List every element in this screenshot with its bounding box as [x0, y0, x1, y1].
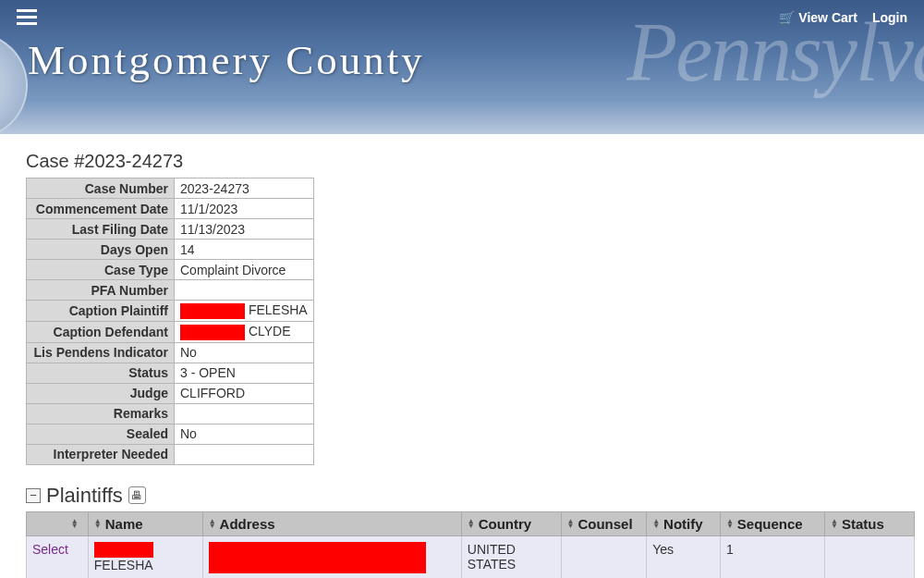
column-header[interactable]: ▲▼Counsel [561, 511, 647, 535]
cell-status [824, 535, 914, 578]
column-header[interactable]: ▲▼Sequence [720, 511, 824, 535]
menu-icon[interactable] [17, 6, 37, 29]
cart-icon: 🛒 [779, 10, 795, 25]
detail-label: Sealed [27, 424, 175, 444]
detail-value: 14 [175, 240, 314, 260]
plaintiffs-section-title: Plaintiffs [46, 484, 123, 508]
column-label: Counsel [578, 516, 632, 532]
detail-label: PFA Number [27, 280, 175, 301]
sort-icon[interactable]: ▲▼ [567, 519, 575, 528]
print-icon[interactable]: 🖶 [128, 486, 146, 504]
column-label: Notify [663, 516, 703, 532]
detail-label: Caption Plaintiff [27, 301, 175, 322]
column-header[interactable]: ▲▼ [27, 511, 89, 535]
detail-value: No [175, 342, 314, 363]
detail-value: CLYDE [175, 321, 314, 342]
detail-label: Case Type [27, 260, 175, 280]
case-details-table: Case Number2023-24273Commencement Date11… [26, 178, 314, 465]
column-header[interactable]: ▲▼Name [88, 511, 202, 535]
detail-label: Last Filing Date [27, 219, 175, 240]
redacted-block [180, 303, 245, 319]
view-cart-link[interactable]: 🛒View Cart [779, 10, 857, 25]
detail-label: Lis Pendens Indicator [27, 342, 175, 363]
login-link[interactable]: Login [872, 10, 907, 25]
detail-value: No [175, 424, 314, 444]
redacted-block [180, 325, 245, 340]
column-header[interactable]: ▲▼Notify [647, 511, 721, 535]
sort-icon[interactable]: ▲▼ [652, 519, 660, 528]
redacted-block [94, 542, 153, 558]
sort-icon[interactable]: ▲▼ [468, 519, 475, 528]
sort-icon[interactable]: ▲▼ [726, 519, 734, 528]
detail-value: Complaint Divorce [175, 260, 314, 280]
column-label: Address [220, 516, 275, 532]
sort-icon[interactable]: ▲▼ [831, 519, 838, 528]
column-label: Country [479, 516, 532, 532]
column-header[interactable]: ▲▼Address [202, 511, 461, 535]
column-label: Sequence [737, 516, 803, 532]
detail-value [175, 280, 314, 301]
detail-label: Days Open [27, 240, 175, 260]
case-heading: Case #2023-24273 [26, 151, 915, 172]
redacted-block [209, 542, 426, 573]
detail-value [175, 403, 314, 424]
collapse-toggle[interactable]: − [26, 488, 41, 503]
table-row: SelectFELESHAUNITED STATESYes1 [27, 535, 915, 578]
cell-notify: Yes [647, 535, 721, 578]
detail-value: 11/13/2023 [175, 219, 314, 240]
county-title: Montgomery County [0, 29, 924, 84]
sort-icon[interactable]: ▲▼ [209, 519, 216, 528]
cell-country: UNITED STATES [461, 535, 561, 578]
cell-name: FELESHA [88, 535, 202, 578]
column-label: Status [842, 516, 884, 532]
detail-label: Interpreter Needed [27, 444, 175, 464]
sort-icon[interactable]: ▲▼ [94, 519, 102, 528]
select-link[interactable]: Select [32, 542, 68, 557]
detail-label: Commencement Date [27, 199, 175, 219]
cell-counsel [561, 535, 647, 578]
cell-sequence: 1 [720, 535, 824, 578]
detail-value: 3 - OPEN [175, 363, 314, 383]
detail-label: Remarks [27, 403, 175, 424]
detail-label: Judge [27, 383, 175, 403]
column-header[interactable]: ▲▼Country [461, 511, 561, 535]
detail-label: Case Number [27, 178, 175, 199]
cell-address [202, 535, 461, 578]
detail-value: FELESHA [175, 301, 314, 322]
detail-label: Caption Defendant [27, 321, 175, 342]
detail-label: Status [27, 363, 175, 383]
plaintiffs-grid: ▲▼▲▼Name▲▼Address▲▼Country▲▼Counsel▲▼Not… [26, 511, 915, 578]
detail-value: CLIFFORD [175, 383, 314, 403]
column-label: Name [105, 516, 143, 532]
detail-value: 11/1/2023 [175, 199, 314, 219]
detail-value [175, 444, 314, 464]
site-banner: 🛒View Cart Login Montgomery County [0, 0, 924, 134]
detail-value: 2023-24273 [175, 178, 314, 199]
column-header[interactable]: ▲▼Status [824, 511, 914, 535]
